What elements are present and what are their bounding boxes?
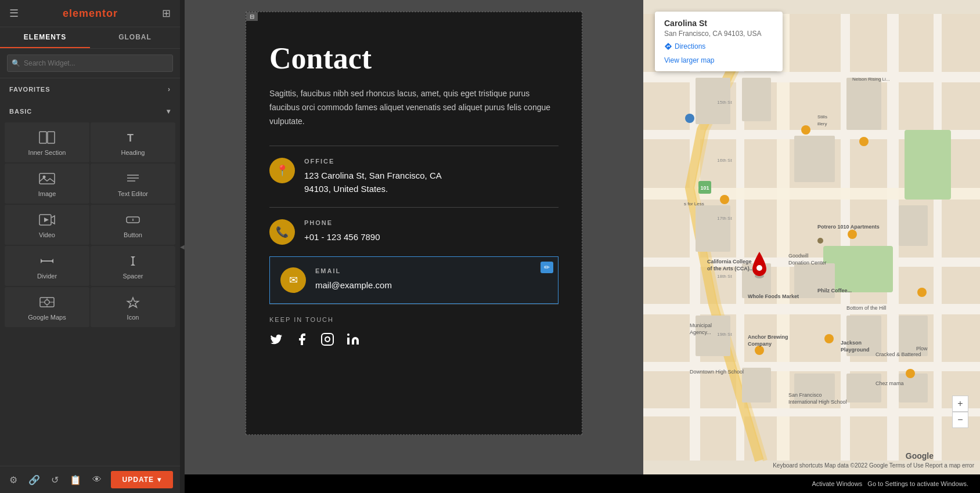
view-larger-link[interactable]: View larger map [664, 56, 773, 64]
widget-heading[interactable]: T Heading [91, 122, 175, 162]
svg-text:T: T [127, 132, 134, 144]
svg-text:Anchor Brewing: Anchor Brewing [748, 334, 788, 340]
svg-text:California College: California College [707, 259, 752, 264]
email-content: EMAIL mail@example.com [315, 267, 547, 292]
email-block[interactable]: ✉ EMAIL mail@example.com ✏ [269, 256, 559, 304]
contact-page: ⊟ Contact Sagittis, faucibus nibh sed rh… [246, 12, 582, 435]
svg-text:Municipal: Municipal [690, 322, 712, 328]
zoom-out-button[interactable]: − [952, 412, 968, 428]
svg-text:16th St: 16th St [717, 158, 732, 163]
svg-rect-46 [742, 78, 771, 121]
office-icon: 📍 [269, 158, 295, 183]
page-type-badge: ⊟ [246, 12, 258, 21]
map-panel: 15th St 16th St 17th St 18th St 19th St … [643, 0, 980, 474]
svg-text:18th St: 18th St [717, 274, 732, 279]
widget-inner-section[interactable]: Inner Section [5, 122, 89, 162]
phone-label: PHONE [304, 219, 559, 226]
tab-elements[interactable]: ELEMENTS [0, 27, 90, 48]
svg-rect-44 [905, 130, 951, 200]
svg-rect-0 [39, 132, 46, 143]
tab-global[interactable]: GLOBAL [90, 27, 180, 48]
svg-text:101: 101 [700, 185, 709, 191]
hamburger-icon[interactable]: ☰ [9, 7, 19, 20]
update-button[interactable]: UPDATE ▾ [111, 471, 173, 488]
svg-point-19 [45, 300, 49, 304]
widget-icon[interactable]: Icon [91, 287, 175, 327]
svg-point-73 [755, 346, 764, 355]
office-content: OFFICE 123 Carolina St, San Francisco, C… [304, 158, 559, 195]
svg-text:Donation Center: Donation Center [788, 260, 827, 266]
google-maps-label: Google Maps [28, 314, 66, 321]
svg-point-76 [859, 137, 869, 146]
linkedin-icon[interactable] [346, 332, 360, 350]
settings-icon[interactable]: ⚙ [7, 472, 20, 488]
favorites-section-header[interactable]: FAVORITES › [0, 78, 180, 100]
svg-marker-24 [128, 298, 139, 307]
svg-marker-9 [44, 217, 49, 222]
svg-text:Philz Coffee...: Philz Coffee... [817, 288, 852, 293]
search-input[interactable] [7, 55, 173, 72]
divider-icon [39, 255, 55, 269]
favorites-label: FAVORITES [9, 86, 51, 93]
main-content: ⊟ Contact Sagittis, faucibus nibh sed rh… [185, 0, 980, 493]
button-icon [125, 213, 141, 228]
instagram-icon[interactable] [320, 332, 334, 350]
image-icon [39, 172, 55, 187]
widget-spacer[interactable]: Spacer [91, 246, 175, 286]
search-icon: 🔍 [12, 59, 20, 67]
svg-point-75 [906, 369, 915, 378]
edit-pencil-icon[interactable]: ✏ [541, 262, 553, 273]
svg-point-72 [917, 288, 927, 297]
widget-button[interactable]: Button [91, 205, 175, 245]
text-editor-label: Text Editor [118, 190, 148, 197]
svg-text:illery: illery [817, 121, 827, 126]
svg-text:19th St: 19th St [717, 332, 732, 337]
svg-point-71 [720, 195, 729, 204]
left-panel: ☰ elementor ⊞ ELEMENTS GLOBAL 🔍 FAVORITE… [0, 0, 180, 493]
widget-divider[interactable]: Divider [5, 246, 89, 286]
update-label: UPDATE [123, 476, 154, 484]
svg-text:Cracked & Battered: Cracked & Battered [875, 351, 921, 357]
widget-text-editor[interactable]: Text Editor [91, 164, 175, 204]
widget-google-maps[interactable]: Google Maps [5, 287, 89, 327]
svg-rect-47 [794, 136, 835, 182]
responsive-icon[interactable]: 🔗 [26, 472, 42, 488]
directions-button[interactable]: Directions [664, 42, 705, 50]
preview-icon[interactable]: 👁 [90, 472, 104, 487]
history-icon[interactable]: ↺ [49, 472, 61, 488]
resize-handle[interactable] [180, 0, 185, 493]
svg-marker-17 [131, 263, 135, 266]
svg-text:of the Arts (CCA)...: of the Arts (CCA)... [707, 266, 754, 271]
zoom-in-button[interactable]: + [952, 396, 968, 412]
contact-canvas: ⊟ Contact Sagittis, faucibus nibh sed rh… [185, 0, 643, 474]
widget-video[interactable]: Video [5, 205, 89, 245]
svg-text:Potrero 1010 Apartments: Potrero 1010 Apartments [817, 224, 880, 230]
twitter-icon[interactable] [269, 332, 283, 350]
revisions-icon[interactable]: 📋 [67, 472, 84, 488]
office-label: OFFICE [304, 158, 559, 165]
svg-rect-48 [846, 78, 881, 130]
svg-rect-59 [899, 374, 928, 403]
svg-point-68 [756, 265, 762, 271]
svg-rect-56 [742, 368, 771, 403]
svg-marker-14 [51, 259, 53, 263]
svg-text:Chez mama: Chez mama [875, 380, 904, 386]
grid-icon[interactable]: ⊞ [162, 7, 171, 20]
svg-rect-3 [39, 173, 55, 184]
svg-point-70 [848, 230, 857, 239]
svg-point-74 [824, 334, 834, 343]
svg-rect-42 [643, 408, 980, 416]
widget-image[interactable]: Image [5, 164, 89, 204]
phone-value: +01 - 123 456 7890 [304, 231, 559, 244]
inner-section-label: Inner Section [28, 149, 66, 156]
facebook-icon[interactable] [295, 332, 309, 350]
panel-bottom: ⚙ 🔗 ↺ 📋 👁 UPDATE ▾ [0, 466, 180, 493]
svg-point-77 [685, 114, 694, 123]
icon-widget-icon [125, 296, 141, 310]
image-label: Image [38, 190, 56, 197]
directions-label: Directions [675, 42, 705, 50]
svg-text:Goodwill: Goodwill [788, 253, 809, 259]
svg-text:Whole Foods Market: Whole Foods Market [748, 293, 799, 299]
basic-section-header[interactable]: BASIC ▾ [0, 100, 180, 122]
spacer-icon [125, 255, 141, 269]
